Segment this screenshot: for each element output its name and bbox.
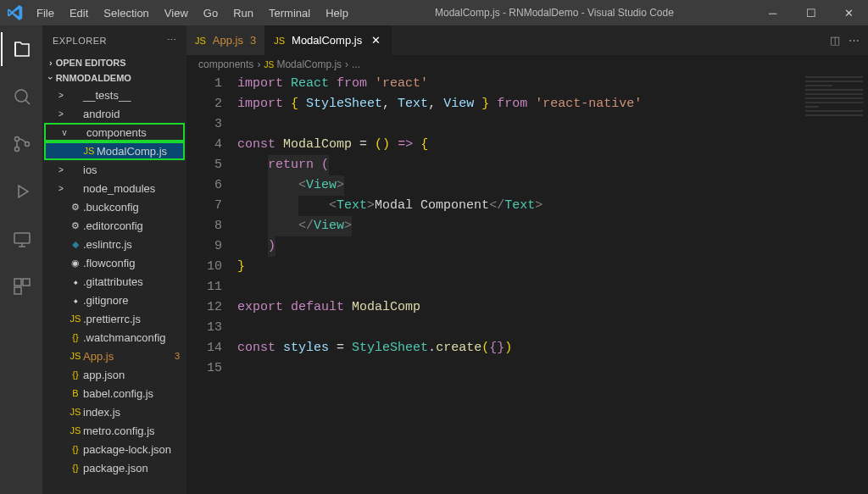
tree-item--editorconfig[interactable]: ⚙.editorconfig <box>42 216 186 235</box>
open-editors-section[interactable]: ›OPEN EDITORS <box>42 55 186 70</box>
code-editor[interactable]: 123456789101112131415 import React from … <box>186 74 868 494</box>
window-title: ModalComp.js - RNModalDemo - Visual Stud… <box>355 7 754 19</box>
tree-item-components[interactable]: vcomponents <box>44 123 185 142</box>
tree-item-index-js[interactable]: JSindex.js <box>42 402 186 421</box>
explorer-title: EXPLORER <box>53 36 107 46</box>
remote-icon[interactable] <box>1 222 42 256</box>
tree-item--buckconfig[interactable]: ⚙.buckconfig <box>42 197 186 216</box>
tree-item-babel-config-js[interactable]: Bbabel.config.js <box>42 384 186 402</box>
source-control-icon[interactable] <box>1 127 42 161</box>
explorer-icon[interactable] <box>1 32 42 66</box>
tree-item-ios[interactable]: >ios <box>42 160 186 179</box>
tree-item-app-json[interactable]: {}app.json <box>42 365 186 384</box>
close-tab-icon[interactable]: ✕ <box>369 34 382 47</box>
project-section[interactable]: ›RNMODALDEMO <box>42 70 186 86</box>
menu-bar: FileEditSelectionViewGoRunTerminalHelp <box>30 3 355 23</box>
svg-point-2 <box>15 147 19 152</box>
debug-icon[interactable] <box>1 175 42 208</box>
search-icon[interactable] <box>1 80 42 114</box>
tree-item--flowconfig[interactable]: ◉.flowconfig <box>42 253 186 272</box>
vscode-logo <box>0 5 30 20</box>
breadcrumb[interactable]: components›JS ModalComp.js›... <box>186 55 868 74</box>
svg-rect-4 <box>14 233 30 243</box>
tree-item--eslintrc-js[interactable]: ◆.eslintrc.js <box>42 235 186 253</box>
menu-view[interactable]: View <box>158 3 195 23</box>
line-numbers: 123456789101112131415 <box>186 74 237 494</box>
menu-selection[interactable]: Selection <box>97 3 155 23</box>
svg-point-3 <box>25 142 30 147</box>
tree-item-package-lock-json[interactable]: {}package-lock.json <box>42 440 186 458</box>
menu-go[interactable]: Go <box>197 3 225 23</box>
tree-item-node-modules[interactable]: >node_modules <box>42 179 186 197</box>
menu-help[interactable]: Help <box>319 3 355 23</box>
sidebar: EXPLORER ⋯ ›OPEN EDITORS ›RNMODALDEMO >_… <box>42 25 186 494</box>
tree-item-android[interactable]: >android <box>42 104 186 123</box>
svg-rect-7 <box>14 287 21 294</box>
close-button[interactable]: ✕ <box>830 0 868 25</box>
tree-item---tests--[interactable]: >__tests__ <box>42 86 186 104</box>
minimize-button[interactable]: ─ <box>754 0 792 25</box>
svg-point-1 <box>15 137 19 142</box>
tree-item-app-js[interactable]: JSApp.js3 <box>42 347 186 365</box>
activity-bar <box>0 25 42 494</box>
tree-item--gitattributes[interactable]: ⬥.gitattributes <box>42 272 186 291</box>
tree-item--gitignore[interactable]: ⬥.gitignore <box>42 291 186 309</box>
editor-group: JSApp.js3JSModalComp.js✕ ◫ ⋯ components›… <box>186 25 868 494</box>
menu-run[interactable]: Run <box>226 3 260 23</box>
file-tree: >__tests__>androidvcomponentsJSModalComp… <box>42 86 186 494</box>
tab-modalcomp-js[interactable]: JSModalComp.js✕ <box>265 25 392 55</box>
extensions-icon[interactable] <box>1 269 42 303</box>
svg-point-0 <box>15 90 27 102</box>
menu-file[interactable]: File <box>30 3 61 23</box>
more-icon[interactable]: ⋯ <box>167 35 177 46</box>
code-content[interactable]: import React from 'react'import { StyleS… <box>237 74 868 494</box>
more-actions-icon[interactable]: ⋯ <box>849 34 860 47</box>
tab-app-js[interactable]: JSApp.js3 <box>186 25 265 55</box>
tree-item--watchmanconfig[interactable]: {}.watchmanconfig <box>42 328 186 347</box>
tree-item-metro-config-js[interactable]: JSmetro.config.js <box>42 421 186 440</box>
tree-item--prettierrc-js[interactable]: JS.prettierrc.js <box>42 309 186 328</box>
maximize-button[interactable]: ☐ <box>792 0 830 25</box>
svg-rect-5 <box>14 279 21 286</box>
minimap[interactable] <box>800 74 868 158</box>
svg-rect-6 <box>23 279 30 286</box>
tab-bar: JSApp.js3JSModalComp.js✕ ◫ ⋯ <box>186 25 868 55</box>
split-editor-icon[interactable]: ◫ <box>830 34 840 47</box>
menu-terminal[interactable]: Terminal <box>262 3 317 23</box>
menu-edit[interactable]: Edit <box>63 3 95 23</box>
tree-item-package-json[interactable]: {}package.json <box>42 458 186 477</box>
tree-item-modalcomp-js[interactable]: JSModalComp.js <box>44 142 185 160</box>
